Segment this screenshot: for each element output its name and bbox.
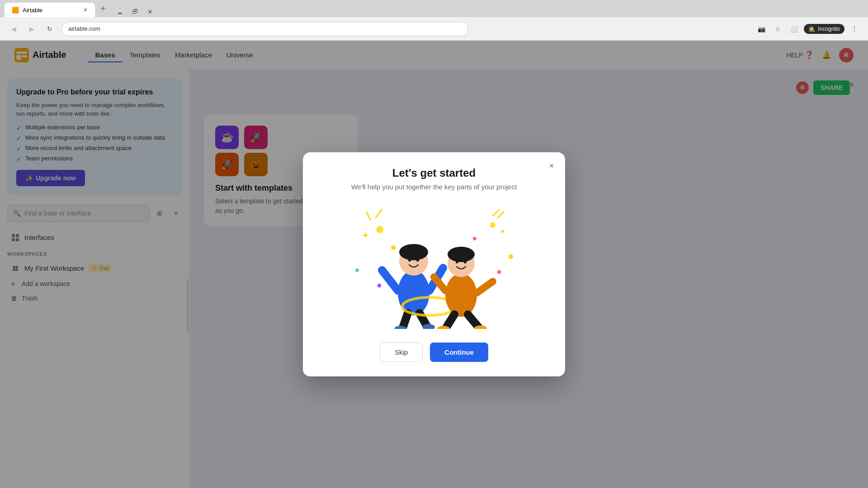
modal-footer: Skip Continue <box>303 333 565 376</box>
svg-point-13 <box>490 222 495 228</box>
address-text: airtable.com <box>68 25 100 32</box>
svg-text:✦: ✦ <box>362 230 369 240</box>
incognito-icon: 🕵 <box>808 26 815 32</box>
window-maximize[interactable]: 🗗 <box>128 6 142 17</box>
svg-point-43 <box>391 245 396 250</box>
svg-line-17 <box>497 211 504 218</box>
svg-line-36 <box>477 282 493 293</box>
svg-line-35 <box>434 277 445 291</box>
browser-chrome: 🟧 Airtable ✕ + 🗕 🗗 ✕ ◀ ▶ ↻ airtable.com … <box>0 0 868 41</box>
celebration-illustration: ✦ ✦ <box>339 202 529 329</box>
modal-illustration: ✦ ✦ <box>303 198 565 333</box>
incognito-button[interactable]: 🕵 Incognito <box>804 24 844 34</box>
tab-title: Airtable <box>23 7 42 14</box>
browser-tab-active[interactable]: 🟧 Airtable ✕ <box>5 3 95 17</box>
extensions-icon[interactable]: ⬜ <box>788 23 800 35</box>
svg-line-15 <box>375 209 382 218</box>
svg-point-45 <box>509 254 513 259</box>
modal-title: Let's get started <box>303 152 565 183</box>
modal-close-button[interactable]: × <box>545 160 558 172</box>
browser-right-icons: 📷 ☆ ⬜ 🕵 Incognito ⋮ <box>755 23 861 35</box>
window-controls: 🗕 🗗 ✕ <box>113 6 156 17</box>
forward-button[interactable]: ▶ <box>25 23 38 35</box>
address-bar[interactable]: airtable.com <box>61 22 468 36</box>
svg-rect-48 <box>377 283 382 288</box>
svg-text:✦: ✦ <box>500 228 505 235</box>
svg-point-30 <box>416 259 419 262</box>
incognito-label: Incognito <box>818 26 840 32</box>
camera-off-icon: 📷 <box>755 23 768 35</box>
svg-point-42 <box>464 261 467 263</box>
window-close[interactable]: ✕ <box>144 6 156 17</box>
bookmark-icon[interactable]: ☆ <box>771 23 784 35</box>
svg-point-34 <box>448 247 475 262</box>
svg-point-41 <box>456 261 458 263</box>
back-button[interactable]: ◀ <box>7 23 20 35</box>
modal-overlay[interactable]: × Let's get started We'll help you put t… <box>0 41 868 488</box>
svg-point-32 <box>445 273 477 317</box>
svg-point-46 <box>355 268 359 272</box>
tab-favicon: 🟧 <box>12 7 19 14</box>
modal-subtitle: We'll help you put together the key part… <box>303 183 565 198</box>
new-tab-button[interactable]: + <box>97 2 109 15</box>
modal: × Let's get started We'll help you put t… <box>303 152 565 376</box>
svg-line-23 <box>382 270 398 291</box>
more-options-icon[interactable]: ⋮ <box>848 23 861 35</box>
browser-toolbar: ◀ ▶ ↻ airtable.com 📷 ☆ ⬜ 🕵 Incognito ⋮ <box>0 17 868 41</box>
svg-line-14 <box>366 211 371 221</box>
svg-point-12 <box>376 226 383 233</box>
continue-button[interactable]: Continue <box>430 343 488 362</box>
reload-button[interactable]: ↻ <box>43 23 56 35</box>
svg-rect-47 <box>497 270 501 274</box>
browser-tabs: 🟧 Airtable ✕ + 🗕 🗗 ✕ <box>0 0 868 17</box>
tab-close-button[interactable]: ✕ <box>83 7 88 13</box>
svg-point-44 <box>473 237 476 240</box>
svg-line-16 <box>493 209 500 216</box>
skip-button[interactable]: Skip <box>380 343 423 362</box>
svg-point-22 <box>399 244 428 260</box>
svg-point-29 <box>408 259 411 262</box>
window-minimize[interactable]: 🗕 <box>113 6 127 17</box>
